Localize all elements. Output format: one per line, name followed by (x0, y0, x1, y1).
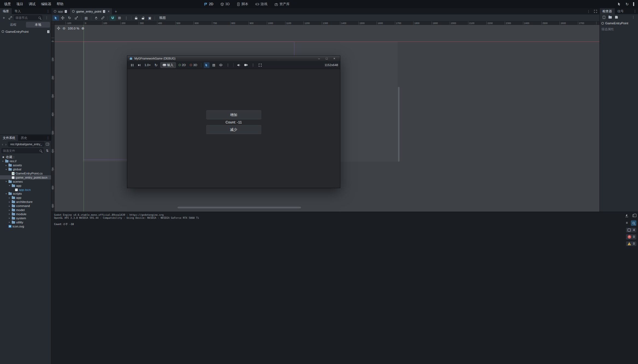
collapse-icon[interactable]: ▸ (8, 205, 11, 207)
workspace-script[interactable]: 脚本 (234, 1, 251, 7)
expand-icon[interactable]: ▾ (5, 180, 7, 183)
select-tool-icon[interactable] (53, 15, 59, 21)
reset-zoom-icon[interactable]: ↻ (153, 62, 159, 68)
collapse-icon[interactable]: ▸ (8, 201, 11, 203)
group-object-icon[interactable]: ▣ (147, 15, 153, 21)
kebab-icon[interactable]: ⋮ (44, 16, 50, 20)
file-row-global[interactable]: ▾ global (0, 167, 51, 171)
save-log-icon[interactable] (624, 213, 630, 218)
tab-filesystem[interactable]: 文件系统 (0, 135, 18, 141)
collapse-icon[interactable]: ▸ (8, 217, 11, 219)
file-row-command[interactable]: ▸ command (0, 204, 51, 208)
kebab-icon[interactable]: ⋮ (630, 15, 636, 19)
scene-tree-root-node[interactable]: GameEntryPoint (0, 29, 51, 34)
tab-import[interactable]: 导入 (12, 8, 23, 14)
list-select-icon[interactable]: ▤ (83, 15, 89, 21)
scene-tab-app[interactable]: app (51, 8, 70, 14)
fullscreen-icon[interactable] (257, 62, 263, 68)
unlock-object-icon[interactable] (140, 15, 146, 21)
nav-back-icon[interactable]: ‹ (1, 142, 4, 146)
add-node-icon[interactable]: + (1, 15, 6, 20)
tab-inspector[interactable]: 检查器 (600, 8, 615, 14)
warnings-filter-badge[interactable]: 0 (626, 241, 636, 246)
file-row-res-root[interactable]: ▾ res:// (0, 159, 51, 163)
decrease-button[interactable]: 减少 (206, 125, 261, 134)
viewport-vertical-scrollbar[interactable] (398, 87, 400, 162)
pause-icon[interactable] (633, 2, 634, 6)
file-row-icon-svg[interactable]: ▸ icon.svg (0, 224, 51, 228)
node-list-mode-icon[interactable]: ▤ (211, 62, 217, 68)
camera-override-3d-button[interactable]: 3D (188, 63, 199, 67)
nav-forward-icon[interactable]: › (4, 142, 7, 146)
scale-tool-icon[interactable] (73, 15, 79, 21)
camera-override-2d-button[interactable]: 2D (177, 63, 187, 67)
output-log[interactable]: Godot Engine v4.6.stable.mono.official.8… (51, 212, 638, 226)
workspace-game[interactable]: 游戏 (253, 1, 270, 7)
file-row-module[interactable]: ▸ module (0, 212, 51, 216)
file-row-app-tscn[interactable]: ▸ app.tscn (0, 188, 51, 192)
viewport-horizontal-scrollbar[interactable] (178, 207, 301, 208)
file-row-gameentrypoint-cs[interactable]: ▸ GameEntryPoint.cs (0, 171, 51, 176)
file-row-scripts[interactable]: ▾ scripts (0, 192, 51, 196)
file-row-favorites[interactable]: ★ 收藏： (0, 155, 51, 159)
maximize-window-icon[interactable]: □ (323, 57, 330, 60)
restart-icon[interactable]: ↻ (625, 2, 629, 6)
game-debug-window[interactable]: MyGFrameworkGame (DEBUG) – □ × 1.0× ↻ 输入… (127, 55, 340, 188)
zoom-level-label[interactable]: 100.0 % (68, 27, 79, 30)
path-input[interactable] (10, 142, 43, 146)
search-log-icon[interactable] (631, 220, 636, 226)
sort-icon[interactable]: ⇅ (45, 148, 50, 153)
increase-button[interactable]: 增加 (206, 110, 261, 119)
tab-scene[interactable]: 场景 (0, 8, 12, 14)
split-view-icon[interactable] (45, 142, 50, 147)
close-tab-icon[interactable]: × (108, 10, 110, 13)
rotate-tool-icon[interactable]: ↻ (66, 15, 73, 21)
file-row-app-folder[interactable]: ▾ app (0, 184, 51, 188)
pan-tool-icon[interactable] (93, 15, 99, 21)
audio-mute-icon[interactable] (236, 62, 242, 68)
kebab-icon[interactable]: ⋮ (225, 62, 231, 68)
collapse-log-icon[interactable]: ≡ (624, 220, 630, 226)
minimize-window-icon[interactable]: – (315, 57, 323, 60)
game-window-titlebar[interactable]: MyGFrameworkGame (DEBUG) – □ × (127, 56, 340, 61)
menu-debug[interactable]: 调试 (26, 1, 38, 8)
kebab-icon[interactable]: ⋮ (250, 62, 256, 68)
expand-icon[interactable]: ▾ (2, 160, 4, 162)
menu-scene[interactable]: 场景 (2, 1, 13, 8)
grid-snap-icon[interactable]: ⊞ (116, 15, 123, 21)
menu-help[interactable]: 帮助 (54, 1, 66, 8)
workspace-3d[interactable]: 3D (218, 1, 232, 7)
collapse-icon[interactable]: ▸ (5, 164, 7, 167)
play-icon[interactable] (618, 2, 621, 6)
lock-object-icon[interactable] (133, 15, 139, 21)
new-resource-icon[interactable] (601, 15, 606, 20)
game-zoom-label[interactable]: 1.0× (143, 63, 152, 67)
copy-log-icon[interactable] (631, 213, 636, 218)
script-icon[interactable] (47, 30, 49, 33)
menu-project[interactable]: 项目 (14, 1, 26, 8)
kebab-icon[interactable]: ⋮ (632, 8, 638, 14)
route-input-toggle[interactable]: 输入 (160, 62, 176, 68)
collapse-icon[interactable]: ▸ (8, 209, 11, 211)
visibility-icon[interactable] (218, 62, 224, 68)
close-window-icon[interactable]: × (330, 57, 338, 60)
game-view[interactable]: 增加 Count: -11 减少 (127, 69, 340, 188)
load-resource-icon[interactable] (608, 15, 613, 20)
instance-scene-icon[interactable] (8, 15, 13, 20)
expand-panel-icon[interactable] (594, 10, 597, 13)
new-scene-tab-icon[interactable]: + (112, 8, 119, 14)
errors-filter-badge[interactable]: 0 (626, 234, 636, 239)
tab-history[interactable]: 历史 (18, 135, 30, 141)
expand-icon[interactable]: ▾ (5, 168, 7, 171)
file-row-scripts-app[interactable]: ▸ app (0, 196, 51, 200)
collapse-icon[interactable]: ▸ (8, 213, 11, 215)
kebab-icon[interactable]: ⋮ (586, 10, 592, 13)
inspector-node-row[interactable]: GameEntryPoint (600, 20, 638, 26)
menu-editor[interactable]: 编辑器 (39, 1, 54, 8)
file-row-scenes[interactable]: ▾ scenes (0, 179, 51, 184)
file-row-assets[interactable]: ▸ assets (0, 163, 51, 167)
file-row-utility[interactable]: ▸ utility (0, 220, 51, 224)
next-frame-icon[interactable] (136, 62, 142, 68)
scene-tab-game-entry-point[interactable]: game_entry_point × (70, 8, 112, 14)
pause-game-icon[interactable] (129, 62, 135, 68)
